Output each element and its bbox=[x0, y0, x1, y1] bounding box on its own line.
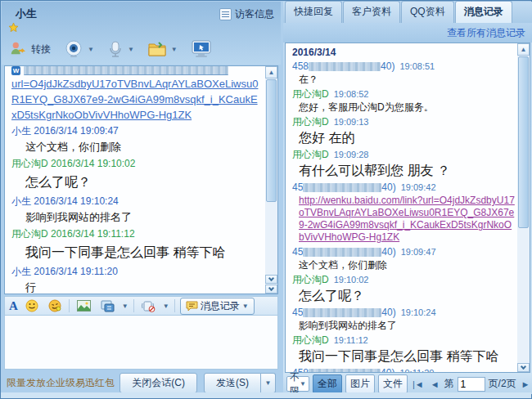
record-text: 这个文档，你们删除 bbox=[292, 258, 515, 273]
conversation-toolbar: 转接 ▼ ▼ ▼ bbox=[7, 38, 221, 61]
send-image-icon[interactable] bbox=[74, 298, 93, 314]
record-header: 用心淘D 19:11:12 bbox=[292, 334, 515, 347]
record-text: 有什么可以帮到您 朋友 ？ bbox=[292, 161, 515, 181]
send-file-icon[interactable] bbox=[145, 38, 169, 60]
record-header: 用心淘D 19:08:52 bbox=[292, 87, 515, 101]
message-text: 我问一下同事是怎么回事 稍等下哈 bbox=[11, 242, 261, 263]
records-filter-bar: 不限 ▼ 全部 图片 文件 |◄ ◄ 第 页/2页 ► ►| bbox=[283, 374, 532, 394]
record-header: 4540) 19:10:24 bbox=[292, 306, 515, 319]
record-header: 4540) 19:09:42 bbox=[292, 181, 515, 194]
visitor-name-title: 小生 bbox=[16, 7, 37, 21]
record-header: 用心淘D 19:09:28 bbox=[292, 148, 515, 161]
message-records-dropdown[interactable]: ▼ bbox=[242, 303, 249, 310]
promo-link[interactable]: 限量发放企业级易迅红包 bbox=[7, 376, 115, 390]
shake-window-icon[interactable] bbox=[139, 298, 158, 315]
transfer-button[interactable] bbox=[7, 38, 29, 60]
edit-toolbar: A ▼ ▼ 消息记录 ▼ bbox=[4, 296, 278, 316]
prev-page-button[interactable]: ◄ bbox=[429, 379, 441, 389]
shared-document-link[interactable]: url=O4jdJkZsdbyU17oTVBnvLAqrAYLaBOXeLiws… bbox=[11, 76, 261, 123]
visitor-info-label: 访客信息 bbox=[235, 7, 274, 21]
message-meta: 小生 2016/3/14 19:09:47 bbox=[11, 123, 261, 139]
censored-qq-number bbox=[303, 308, 381, 317]
screenshot-icon[interactable] bbox=[98, 298, 117, 315]
message-input-area[interactable] bbox=[4, 316, 278, 370]
date-header: 2016/3/14 bbox=[292, 46, 515, 60]
time-limit-dropdown[interactable]: 不限 ▼ bbox=[286, 376, 309, 392]
next-page-button[interactable]: ► bbox=[520, 379, 532, 389]
font-format-icon[interactable]: A bbox=[9, 299, 18, 313]
visitor-info-button[interactable]: 访客信息 bbox=[219, 7, 274, 21]
message-meta: 用心淘D 2016/3/14 19:11:12 bbox=[11, 226, 261, 242]
tab-quick-replies[interactable]: 快捷回复 bbox=[285, 1, 342, 23]
message-meta: 小生 2016/3/14 19:11:20 bbox=[11, 263, 261, 280]
voice-call-icon[interactable] bbox=[105, 38, 126, 61]
star-icon[interactable] bbox=[8, 22, 19, 33]
record-header: 45840) 19:11:20 bbox=[292, 366, 515, 373]
shake-dropdown[interactable]: ▼ bbox=[163, 303, 169, 310]
info-tabs: 快捷回复 客户资料 QQ资料 消息记录 bbox=[283, 2, 532, 23]
tab-message-records[interactable]: 消息记录 bbox=[455, 1, 512, 23]
scroll-down-button[interactable] bbox=[517, 363, 530, 372]
page-total-label: 页/2页 bbox=[489, 377, 516, 391]
toolbar-divider bbox=[133, 299, 134, 312]
censored-link-fragment bbox=[24, 66, 228, 75]
page-label: 第 bbox=[444, 377, 454, 391]
message-records-button[interactable]: 消息记录 ▼ bbox=[180, 298, 255, 315]
chat-window: 小生 访客信息 转接 ▼ bbox=[0, 0, 532, 399]
message-history[interactable]: W url=O4jdJkZsdbyU17oTVBnvLAqrAYLaBOXeLi… bbox=[4, 65, 278, 294]
remote-desktop-icon[interactable] bbox=[188, 38, 214, 61]
view-all-records-link[interactable]: 查看所有消息记录 bbox=[447, 26, 525, 40]
conversation-header: 小生 访客信息 转接 ▼ bbox=[2, 2, 281, 65]
close-session-button[interactable]: 关闭会话(C) bbox=[119, 373, 197, 393]
message-text: 怎么了呢？ bbox=[11, 172, 261, 193]
tab-qq-profile[interactable]: QQ资料 bbox=[401, 1, 454, 23]
message-text: 影响到我网站的排名了 bbox=[11, 209, 261, 226]
message-text: 行 bbox=[11, 280, 261, 294]
video-call-icon[interactable] bbox=[61, 38, 86, 61]
wenku-doc-icon: W bbox=[11, 66, 20, 75]
message-records-list[interactable]: 2016/3/14 45840) 19:08:51 在？ 用心淘D 19:08:… bbox=[285, 43, 530, 373]
toolbar-divider bbox=[174, 299, 175, 312]
conversation-panel: 小生 访客信息 转接 ▼ bbox=[2, 2, 281, 394]
record-text: 怎么了呢？ bbox=[292, 286, 515, 306]
scrollbar-thumb[interactable] bbox=[266, 79, 277, 202]
scroll-bottom-button[interactable] bbox=[265, 285, 277, 294]
magic-emoticon-icon[interactable] bbox=[46, 297, 64, 315]
info-panel: 快捷回复 客户资料 QQ资料 消息记录 查看所有消息记录 2016/3/14 4… bbox=[283, 2, 532, 394]
screenshot-dropdown[interactable]: ▼ bbox=[122, 303, 128, 310]
toolbar-divider bbox=[69, 299, 70, 312]
record-header: 用心淘D 19:10:02 bbox=[292, 273, 515, 286]
send-file-dropdown[interactable]: ▼ bbox=[171, 46, 178, 53]
chevron-down-icon: ▼ bbox=[300, 380, 306, 388]
window-bottom-strip bbox=[1, 392, 531, 398]
record-text: 在？ bbox=[292, 73, 515, 87]
message-text: 这个文档，你们删除 bbox=[11, 139, 261, 155]
record-header: 用心淘D 19:09:13 bbox=[292, 115, 515, 128]
record-text: 我问一下同事是怎么回事 稍等下哈 bbox=[292, 347, 515, 366]
records-scrollbar[interactable]: ▲ bbox=[517, 43, 530, 372]
video-call-dropdown[interactable]: ▼ bbox=[88, 46, 94, 53]
emoticon-icon[interactable] bbox=[23, 297, 41, 315]
scroll-page-down-button[interactable] bbox=[265, 275, 277, 284]
message-meta: 用心淘D 2016/3/14 19:10:02 bbox=[11, 155, 261, 172]
voice-call-dropdown[interactable]: ▼ bbox=[128, 46, 134, 53]
tab-customer-profile[interactable]: 客户资料 bbox=[343, 1, 400, 23]
scroll-up-button[interactable]: ▲ bbox=[517, 43, 530, 56]
send-button[interactable]: 发送(S) bbox=[204, 373, 261, 393]
message-meta: 小生 2016/3/14 19:10:24 bbox=[11, 193, 261, 209]
filter-images-button[interactable]: 图片 bbox=[345, 374, 375, 393]
clipped-link-row: W bbox=[11, 66, 261, 75]
record-header: 4540) 19:09:47 bbox=[292, 245, 515, 258]
record-link[interactable]: http://wenku.baidu.com/link?url=O4jdJkZs… bbox=[292, 194, 515, 245]
filter-files-button[interactable]: 文件 bbox=[378, 374, 408, 393]
history-scrollbar[interactable]: ▲ bbox=[265, 66, 277, 294]
first-page-button[interactable]: |◄ bbox=[411, 379, 426, 389]
record-header: 45840) 19:08:51 bbox=[292, 60, 515, 73]
scroll-up-button[interactable]: ▲ bbox=[265, 66, 277, 78]
send-options-dropdown[interactable]: ▼ bbox=[261, 373, 276, 393]
scrollbar-thumb[interactable] bbox=[518, 56, 529, 228]
page-number-input[interactable] bbox=[458, 377, 485, 392]
filter-all-button[interactable]: 全部 bbox=[313, 374, 342, 393]
chat-bubble-icon bbox=[186, 301, 198, 312]
transfer-label: 转接 bbox=[31, 43, 51, 56]
